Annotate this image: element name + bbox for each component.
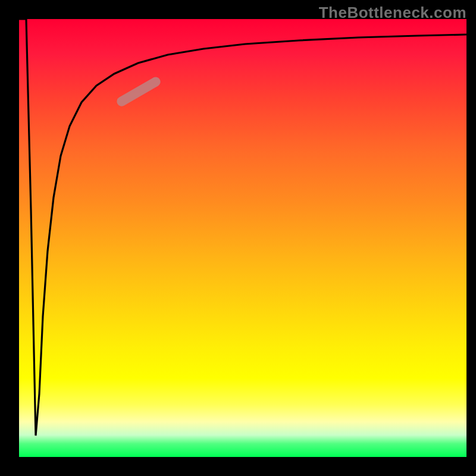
bottleneck-curve xyxy=(19,19,466,436)
watermark-text: TheBottleneck.com xyxy=(319,4,466,22)
curve-layer xyxy=(19,19,466,457)
chart-container: TheBottleneck.com xyxy=(0,0,476,476)
plot-area xyxy=(19,19,466,457)
